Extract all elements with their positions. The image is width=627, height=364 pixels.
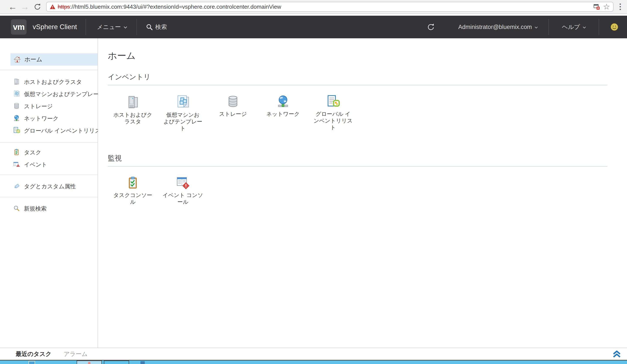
sidebar-item-label: タスク [24, 149, 41, 156]
tab-recent-tasks[interactable]: 最近のタスク [16, 350, 52, 358]
app-title: vSphere Client [33, 23, 77, 31]
search-label: 検索 [155, 23, 167, 31]
browser-menu-icon[interactable] [614, 3, 627, 10]
storage-icon [13, 103, 20, 110]
sidebar-item-storage[interactable]: ストレージ [0, 100, 98, 112]
taskbar-window-icon[interactable] [29, 361, 35, 364]
feedback-smiley-icon[interactable] [611, 23, 618, 31]
browser-forward-icon[interactable]: → [19, 2, 31, 11]
sidebar-item-vms-templates[interactable]: 仮想マシンおよびテンプレート [0, 88, 98, 100]
event-console-icon [176, 176, 190, 190]
chevron-down-icon [583, 26, 586, 29]
vmware-logo: vm [11, 19, 27, 35]
sidebar-item-events[interactable]: イベント [0, 158, 98, 171]
tile-label: 仮想マシンお よびテンプレー ト [163, 111, 203, 132]
page: ← → https://html5.bluemix.com:9443/ui/#?… [0, 0, 627, 364]
sidebar-group-tags: タグとカスタム属性 [0, 175, 98, 193]
events-icon [13, 161, 20, 168]
plugin-blocked-icon[interactable] [593, 3, 600, 10]
home-icon [13, 56, 21, 63]
sidebar-item-global-inventory[interactable]: グローバル インベントリリスト [0, 124, 98, 137]
monitoring-tiles: タスクコンソー ル イベント コンソ ール [108, 176, 627, 205]
tile-label: ホストおよびク ラスタ [113, 111, 152, 125]
section-rule [108, 85, 607, 85]
menu-label: メニュー [97, 23, 121, 31]
help-dropdown[interactable]: ヘルプ [562, 23, 586, 31]
section-title-inventory: インベントリ [108, 72, 627, 82]
user-name: Administrator@bluemix.com [458, 24, 532, 30]
ssl-warning-icon [50, 4, 55, 10]
browser-back-icon[interactable]: ← [6, 2, 19, 11]
hosts-clusters-icon [13, 78, 20, 86]
sidebar-item-new-search[interactable]: 新規検索 [0, 203, 98, 215]
user-dropdown[interactable]: Administrator@bluemix.com [458, 24, 538, 30]
bottom-panel: 最近のタスク アラーム [0, 348, 627, 360]
body: ホーム ホストおよびクラスタ 仮想マシンおよびテンプレート ストレージ [0, 38, 627, 348]
hosts-clusters-icon [126, 95, 140, 109]
sidebar-group-search: 新規検索 [0, 197, 98, 215]
menu-dropdown[interactable]: メニュー [97, 23, 127, 31]
tile-task-console[interactable]: タスクコンソー ル [108, 176, 158, 205]
tile-network[interactable]: ネットワーク [258, 95, 308, 132]
task-console-icon [126, 176, 140, 190]
sidebar-item-network[interactable]: ネットワーク [0, 112, 98, 124]
section-title-monitoring: 監視 [108, 154, 627, 163]
taskbar-button[interactable] [77, 361, 102, 364]
sidebar-item-label: タグとカスタム属性 [24, 183, 76, 190]
sidebar-group-inventory: ホストおよびクラスタ 仮想マシンおよびテンプレート ストレージ ネットワーク グ… [0, 70, 98, 137]
browser-reload-icon[interactable] [31, 3, 43, 10]
sidebar-item-label: 新規検索 [24, 205, 47, 212]
sidebar-group-monitoring: タスク イベント [0, 143, 98, 171]
section-rule [108, 166, 607, 166]
search-icon [146, 24, 153, 30]
network-icon [13, 115, 20, 122]
sidebar-item-hosts-clusters[interactable]: ホストおよびクラスタ [0, 76, 98, 88]
tile-storage[interactable]: ストレージ [208, 95, 258, 132]
url-rest: ://html5.bluemix.com:9443/ui/#?extension… [70, 3, 281, 10]
help-label: ヘルプ [562, 23, 580, 31]
global-search[interactable]: 検索 [146, 23, 167, 31]
vms-templates-icon [176, 95, 190, 109]
url-text: https://html5.bluemix.com:9443/ui/#?exte… [58, 3, 281, 10]
header-divider [86, 19, 86, 35]
url-scheme: https [58, 3, 70, 10]
tile-global-inventory[interactable]: グローバル イ ンベントリリス ト [308, 95, 358, 132]
sidebar-item-label: イベント [24, 161, 47, 168]
chevron-down-icon [123, 26, 127, 29]
global-inventory-icon [326, 95, 340, 108]
taskbar-button[interactable] [104, 361, 129, 364]
tab-alarms[interactable]: アラーム [64, 350, 88, 358]
bookmark-star-icon[interactable]: ☆ [603, 3, 610, 11]
sidebar-item-tags-custom-attributes[interactable]: タグとカスタム属性 [0, 180, 98, 193]
sidebar-item-label: ホストおよびクラスタ [24, 78, 82, 86]
sidebar-item-home[interactable]: ホーム [10, 53, 98, 65]
search-icon [13, 205, 20, 212]
tile-event-console[interactable]: イベント コンソ ール [158, 176, 208, 205]
main-content: ホーム インベントリ ホストおよびク ラスタ 仮想マシンお よびテンプレー ト … [98, 38, 627, 348]
chevron-down-icon [534, 26, 538, 29]
address-bar[interactable]: https://html5.bluemix.com:9443/ui/#?exte… [46, 2, 614, 12]
expand-panel-chevrons-icon[interactable] [612, 350, 621, 358]
tile-label: ネットワーク [266, 110, 300, 117]
sidebar-item-label: 仮想マシンおよびテンプレート [24, 90, 105, 98]
sidebar-item-label: グローバル インベントリリスト [24, 127, 106, 135]
taskbar-icon[interactable] [140, 361, 145, 364]
tile-vms-templates[interactable]: 仮想マシンお よびテンプレー ト [158, 95, 208, 132]
tile-hosts-clusters[interactable]: ホストおよびク ラスタ [108, 95, 158, 132]
network-icon [276, 95, 290, 108]
global-inventory-icon [13, 127, 20, 134]
sidebar: ホーム ホストおよびクラスタ 仮想マシンおよびテンプレート ストレージ [0, 38, 98, 348]
sidebar-item-tasks[interactable]: タスク [0, 146, 98, 158]
sidebar-item-label: ホーム [24, 55, 42, 63]
chrome-gap [0, 14, 627, 16]
os-taskbar [0, 360, 627, 364]
tile-label: ストレージ [219, 110, 247, 117]
tile-label: グローバル イ ンベントリリス ト [314, 110, 353, 131]
tile-label: タスクコンソー ル [113, 192, 152, 205]
header-divider [599, 19, 599, 35]
browser-toolbar: ← → https://html5.bluemix.com:9443/ui/#?… [0, 0, 627, 14]
page-title: ホーム [108, 50, 627, 62]
app-header: vm vSphere Client メニュー 検索 Administrator@… [0, 16, 627, 38]
sidebar-item-label: ストレージ [24, 103, 53, 110]
refresh-icon[interactable] [426, 23, 434, 31]
